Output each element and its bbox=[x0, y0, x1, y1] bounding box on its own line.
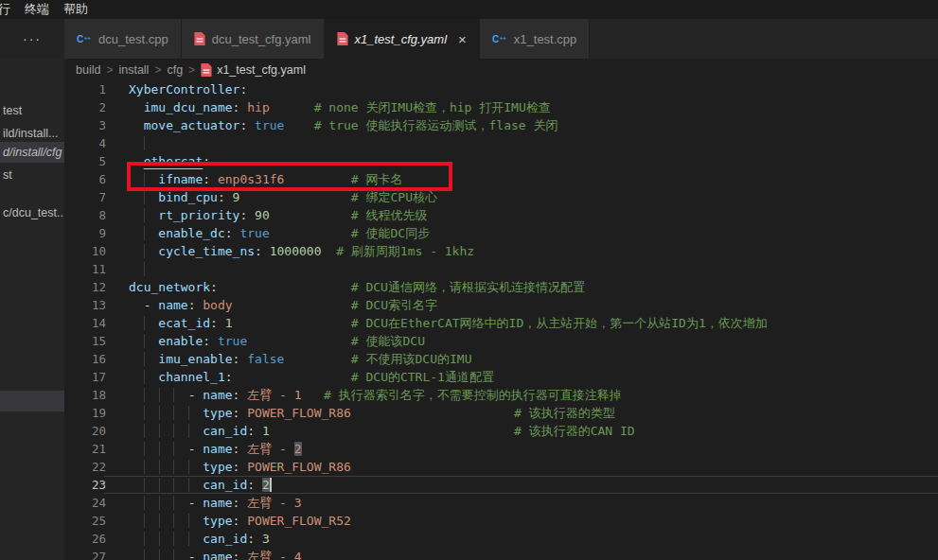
code-text: can_id: 1 # 该执行器的CAN ID bbox=[129, 422, 635, 440]
line-number[interactable]: 14 bbox=[64, 314, 106, 332]
line-number[interactable]: 15 bbox=[64, 332, 106, 350]
cpp-file-icon: C++ bbox=[77, 32, 92, 45]
code-line[interactable]: 10 cycle_time_ns: 1000000 # 刷新周期1ms - 1k… bbox=[64, 242, 938, 260]
indent bbox=[129, 514, 203, 528]
sidebar-item[interactable]: ild/install... bbox=[0, 123, 64, 144]
code-line[interactable]: 9 enable_dc: true # 使能DC同步 bbox=[64, 224, 938, 242]
indent-guides bbox=[144, 136, 159, 150]
breadcrumb-file[interactable]: x1_test_cfg.yaml bbox=[201, 63, 306, 77]
breadcrumb-segment[interactable]: cfg bbox=[167, 63, 183, 77]
code-line[interactable]: 15 enable: true # 使能该DCU bbox=[64, 332, 938, 350]
code-line[interactable]: 22 type: POWER_FLOW_R86 bbox=[64, 458, 938, 476]
tab-x1_test_cfg.yaml[interactable]: x1_test_cfg.yaml× bbox=[325, 19, 480, 59]
code-line[interactable]: 13 - name: body # DCU索引名字 bbox=[64, 296, 938, 314]
line-number[interactable]: 13 bbox=[64, 296, 106, 314]
close-icon[interactable]: × bbox=[458, 32, 467, 46]
line-number[interactable]: 7 bbox=[64, 188, 106, 206]
indent bbox=[129, 442, 188, 456]
breadcrumb-segment[interactable]: build bbox=[76, 63, 100, 77]
code-line[interactable]: 25 type: POWER_FLOW_R52 bbox=[64, 512, 938, 530]
line-number[interactable]: 3 bbox=[64, 116, 106, 134]
line-number[interactable]: 6 bbox=[64, 170, 106, 188]
sidebar-item[interactable] bbox=[0, 391, 64, 411]
code-text: can_id: 3 bbox=[129, 530, 270, 548]
menu-item[interactable]: 行 bbox=[0, 1, 10, 18]
indent bbox=[129, 550, 188, 560]
line-number[interactable]: 21 bbox=[64, 440, 106, 458]
code-line[interactable]: 21 - name: 左臂 - 2 bbox=[64, 440, 938, 458]
code-line[interactable]: 8 rt_priority: 90 # 线程优先级 bbox=[64, 206, 938, 224]
code-line[interactable]: 3 move_actuator: true # true 使能执行器运动测试，f… bbox=[64, 116, 938, 134]
code-line[interactable]: 18 - name: 左臂 - 1 # 执行器索引名字，不需要控制的执行器可直接… bbox=[64, 386, 938, 404]
code-editor[interactable]: 1XyberController:2 imu_dcu_name: hip # n… bbox=[64, 80, 938, 560]
line-number[interactable]: 19 bbox=[64, 404, 106, 422]
menu-item[interactable]: 帮助 bbox=[63, 1, 88, 18]
tab-dcu_test_cfg.yaml[interactable]: dcu_test_cfg.yaml bbox=[182, 19, 325, 59]
code-line[interactable]: 1XyberController: bbox=[64, 80, 938, 98]
indent bbox=[129, 100, 144, 114]
indent bbox=[129, 172, 158, 186]
vscode-window: 行终端帮助 ··· C++dcu_test.cppdcu_test_cfg.ya… bbox=[0, 0, 938, 560]
indent-guides bbox=[144, 226, 159, 240]
code-line[interactable]: 14 ecat_id: 1 # DCU在EtherCAT网络中的ID，从主站开始… bbox=[64, 314, 938, 332]
indent-guides bbox=[144, 352, 159, 366]
sidebar-item[interactable]: test bbox=[0, 100, 64, 121]
line-number[interactable]: 16 bbox=[64, 350, 106, 368]
sidebar-item[interactable]: d/install/cfg bbox=[0, 142, 64, 163]
line-number[interactable]: 11 bbox=[64, 260, 106, 278]
code-line[interactable]: 20 can_id: 1 # 该执行器的CAN ID bbox=[64, 422, 938, 440]
code-line[interactable]: 5 ethercat: bbox=[64, 152, 938, 170]
code-line[interactable]: 17 channel_1: # DCU的CTRL-1通道配置 bbox=[64, 368, 938, 386]
indent bbox=[129, 262, 158, 276]
tab-label: dcu_test.cpp bbox=[98, 32, 168, 46]
breadcrumb-file-label: x1_test_cfg.yaml bbox=[217, 63, 306, 77]
line-number[interactable]: 8 bbox=[64, 206, 106, 224]
line-number[interactable]: 1 bbox=[64, 80, 106, 98]
breadcrumb-segment[interactable]: install bbox=[118, 63, 149, 77]
code-line[interactable]: 16 imu_enable: false # 不使用该DCU的IMU bbox=[64, 350, 938, 368]
code-text: enable: true # 使能该DCU bbox=[129, 332, 425, 350]
indent-guides bbox=[144, 334, 159, 348]
line-number[interactable]: 20 bbox=[64, 422, 106, 440]
line-number[interactable]: 25 bbox=[64, 512, 106, 530]
indent-guides bbox=[144, 478, 204, 492]
line-number[interactable]: 12 bbox=[64, 278, 106, 296]
line-number[interactable]: 18 bbox=[64, 386, 106, 404]
indent-guides bbox=[144, 424, 204, 438]
code-line[interactable]: 11 bbox=[64, 260, 938, 278]
svg-text:C: C bbox=[77, 34, 84, 44]
line-number[interactable]: 27 bbox=[64, 548, 106, 560]
code-line[interactable]: 12dcu_network: # DCU通信网络，请根据实机连接情况配置 bbox=[64, 278, 938, 296]
tab-dcu_test.cpp[interactable]: C++dcu_test.cpp bbox=[64, 19, 182, 59]
code-text: bind_cpu: 9 # 绑定CPU核心 bbox=[129, 188, 437, 206]
code-line[interactable]: 23 can_id: 2 bbox=[64, 476, 938, 494]
code-line[interactable]: 24 - name: 左臂 - 3 bbox=[64, 494, 938, 512]
svg-text:++: ++ bbox=[499, 34, 506, 41]
sidebar-item[interactable]: c/dcu_test... bbox=[0, 202, 64, 223]
code-text: rt_priority: 90 # 线程优先级 bbox=[129, 206, 427, 224]
code-line[interactable]: 27 - name: 左臂 - 4 bbox=[64, 548, 938, 560]
yaml-file-icon bbox=[194, 32, 205, 45]
line-number[interactable]: 22 bbox=[64, 458, 106, 476]
line-number[interactable]: 2 bbox=[64, 98, 106, 116]
line-number[interactable]: 26 bbox=[64, 530, 106, 548]
tab-x1_test.cpp[interactable]: C++x1_test.cpp bbox=[480, 19, 591, 59]
menu-item[interactable]: 终端 bbox=[25, 1, 49, 18]
code-line[interactable]: 7 bind_cpu: 9 # 绑定CPU核心 bbox=[64, 188, 938, 206]
line-number[interactable]: 4 bbox=[64, 134, 106, 152]
code-line[interactable]: 2 imu_dcu_name: hip # none 关闭IMU检查，hip 打… bbox=[64, 98, 938, 116]
line-number[interactable]: 24 bbox=[64, 494, 106, 512]
editor-overflow-button[interactable]: ··· bbox=[0, 19, 64, 59]
line-number[interactable]: 17 bbox=[64, 368, 106, 386]
sidebar-item[interactable]: st bbox=[0, 165, 64, 185]
indent-guides bbox=[144, 550, 188, 560]
line-number[interactable]: 23 bbox=[64, 476, 106, 494]
line-number[interactable]: 9 bbox=[64, 224, 106, 242]
code-line[interactable]: 6 ifname: enp0s31f6 # 网卡名 bbox=[64, 170, 938, 188]
chevron-right-icon: > bbox=[188, 63, 195, 77]
code-line[interactable]: 19 type: POWER_FLOW_R86 # 该执行器的类型 bbox=[64, 404, 938, 422]
line-number[interactable]: 10 bbox=[64, 242, 106, 260]
code-line[interactable]: 4 bbox=[64, 134, 938, 152]
line-number[interactable]: 5 bbox=[64, 152, 106, 170]
code-line[interactable]: 26 can_id: 3 bbox=[64, 530, 938, 548]
